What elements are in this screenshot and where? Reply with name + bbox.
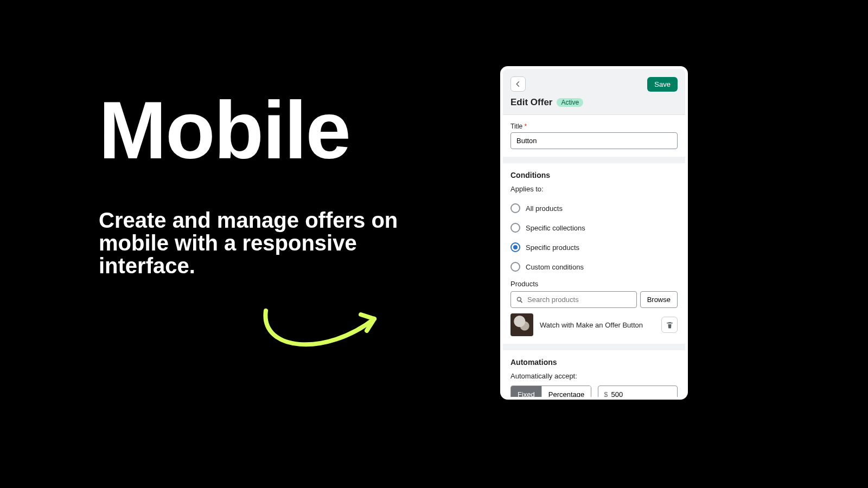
radio-icon — [510, 223, 520, 233]
arrow-left-icon — [514, 80, 522, 88]
mobile-preview: Save Edit Offer Active Title * Condition… — [500, 66, 688, 400]
product-search-input[interactable] — [524, 292, 632, 307]
radio-label: All products — [526, 204, 563, 213]
applies-to-label: Applies to: — [510, 185, 678, 193]
amount-input[interactable] — [611, 386, 672, 400]
auto-accept-label: Automatically accept: — [510, 372, 678, 380]
amount-input-wrap[interactable]: $ — [598, 386, 678, 400]
hero-title: Mobile — [99, 89, 446, 171]
radio-specific-products[interactable]: Specific products — [510, 237, 678, 257]
trash-icon — [666, 321, 674, 329]
title-input[interactable] — [510, 132, 678, 149]
back-button[interactable] — [510, 76, 526, 92]
currency-symbol: $ — [604, 390, 608, 399]
search-icon — [515, 296, 524, 304]
product-thumbnail — [510, 313, 533, 336]
product-row: Watch with Make an Offer Button — [510, 313, 678, 336]
arrow-illustration — [255, 303, 391, 362]
radio-specific-collections[interactable]: Specific collections — [510, 218, 678, 237]
remove-product-button[interactable] — [661, 317, 678, 333]
radio-label: Specific products — [526, 243, 579, 252]
products-heading: Products — [510, 280, 678, 288]
title-card: Title * — [503, 114, 685, 157]
amount-type-segment: Fixed Percentage — [510, 386, 591, 400]
conditions-heading: Conditions — [510, 171, 678, 179]
automations-card: Automations Automatically accept: Fixed … — [503, 350, 685, 400]
radio-label: Specific collections — [526, 224, 585, 232]
automations-heading: Automations — [510, 358, 678, 367]
status-badge: Active — [557, 98, 583, 107]
radio-icon — [510, 203, 520, 213]
radio-icon — [510, 242, 520, 252]
hero-subtitle: Create and manage offers on mobile with … — [99, 209, 446, 277]
title-label: Title * — [510, 123, 678, 130]
product-name: Watch with Make an Offer Button — [540, 321, 655, 329]
segment-fixed[interactable]: Fixed — [511, 386, 541, 400]
radio-all-products[interactable]: All products — [510, 198, 678, 218]
conditions-card: Conditions Applies to: All products Spec… — [503, 163, 685, 344]
radio-custom-conditions[interactable]: Custom conditions — [510, 257, 678, 277]
radio-label: Custom conditions — [526, 263, 584, 271]
save-button[interactable]: Save — [647, 77, 678, 92]
product-search[interactable] — [510, 291, 637, 308]
segment-percentage[interactable]: Percentage — [541, 386, 591, 400]
radio-icon — [510, 262, 520, 272]
page-title: Edit Offer — [510, 97, 552, 108]
browse-button[interactable]: Browse — [640, 291, 678, 308]
